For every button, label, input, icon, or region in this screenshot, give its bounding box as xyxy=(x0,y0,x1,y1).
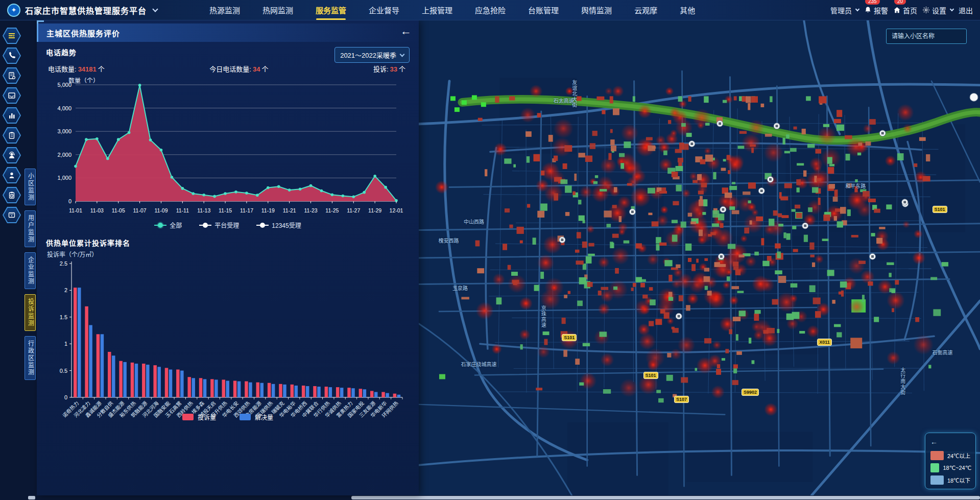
admin-menu[interactable]: 管理员 xyxy=(830,5,859,15)
home-button[interactable]: 20 首页 xyxy=(893,5,917,15)
legend-swatch xyxy=(182,414,194,420)
tab-小区监测[interactable]: 小区监测 xyxy=(25,169,35,205)
nav-item-0[interactable]: 热源监测 xyxy=(209,0,240,20)
svg-text:11-27: 11-27 xyxy=(347,207,360,213)
season-select-dropdown[interactable]: 2021～2022采暖季 xyxy=(334,47,410,63)
bar-legend-投诉量[interactable]: 投诉量 xyxy=(182,413,216,421)
area-chart-legend: 全部平台受理12345受理 xyxy=(46,221,410,229)
complaint-rank-title: 供热单位累计投诉率排名 xyxy=(46,237,410,248)
sidebar-document-gear-button[interactable] xyxy=(3,67,21,84)
tab-用户监测[interactable]: 用户监测 xyxy=(25,210,35,247)
phone-stat-2: 投诉:33个 xyxy=(373,64,405,74)
scrollbar-thumb[interactable] xyxy=(351,496,980,499)
alarm-badge: 235 xyxy=(865,0,880,5)
svg-text:11-11: 11-11 xyxy=(176,207,189,213)
topbar-right: 管理员 235 报警 20 首页 设置 退出 xyxy=(830,5,973,15)
svg-text:12-01: 12-01 xyxy=(390,207,403,213)
home-badge: 20 xyxy=(894,0,906,5)
phone-trend-title: 电话趋势 xyxy=(46,47,77,57)
sidebar-timer-clipboard-button[interactable] xyxy=(3,187,21,203)
sidebar-bar-chart-button[interactable] xyxy=(3,107,21,124)
tab-行政区监测[interactable]: 行政区监测 xyxy=(25,336,35,380)
settings-label: 设置 xyxy=(932,5,946,15)
horizontal-scrollbar[interactable] xyxy=(0,495,980,500)
settings-menu[interactable]: 设置 xyxy=(922,5,953,15)
svg-text:1.5: 1.5 xyxy=(60,314,67,320)
nav-item-4[interactable]: 上报管理 xyxy=(422,0,452,20)
nav-item-1[interactable]: 热网监测 xyxy=(262,0,293,20)
logout-button[interactable]: 退出 xyxy=(959,5,973,15)
road-badge-S101: S101 xyxy=(933,206,947,213)
nav-item-6[interactable]: 台账管理 xyxy=(528,0,559,20)
alarm-button[interactable]: 235 报警 xyxy=(864,5,888,15)
map-temperature-legend: ← 24℃以上18℃~24℃18℃以下 xyxy=(925,433,976,489)
svg-text:3,000: 3,000 xyxy=(57,128,71,134)
legend-swatch xyxy=(930,475,944,485)
road-label-太行南大街: 太行南大街 xyxy=(899,367,906,395)
panel-titlebar: 主城区供热服务评价 ← xyxy=(37,23,419,42)
stat-value: 34 xyxy=(253,65,260,73)
tab-投诉监测[interactable]: 投诉监测 xyxy=(25,294,35,331)
nav-item-7[interactable]: 舆情监测 xyxy=(581,0,612,20)
community-search-input[interactable] xyxy=(886,29,967,44)
chevron-down-icon xyxy=(400,52,405,57)
svg-text:11-03: 11-03 xyxy=(90,207,104,213)
scrollbar-fragment[interactable] xyxy=(28,496,35,499)
phone-stats-row: 电话数量:34181个今日电话数量:34个投诉:33个 xyxy=(48,64,405,74)
service-agent-icon xyxy=(4,148,20,162)
filter-menu-icon xyxy=(4,29,20,43)
svg-text:11-09: 11-09 xyxy=(154,207,168,213)
sidebar-mail-tray-button[interactable] xyxy=(3,87,21,104)
sidebar-clipboard-button[interactable] xyxy=(3,127,21,144)
clipboard-icon xyxy=(4,128,20,142)
left-icon-rail xyxy=(0,20,23,495)
legend-marker-icon xyxy=(154,223,166,227)
city-heat-map[interactable]: 石太高速友谊北大街和平东路中山西路槐安西路玉泉路京珠高速石家庄绕城高速太行南大街… xyxy=(419,20,980,495)
nav-item-8[interactable]: 云观摩 xyxy=(634,0,657,20)
area-legend-平台受理[interactable]: 平台受理 xyxy=(199,221,239,229)
nav-item-5[interactable]: 应急抢险 xyxy=(475,0,506,20)
brand[interactable]: ✦ 石家庄市智慧供热管理服务平台 xyxy=(7,4,209,17)
sidebar-device-card-button[interactable] xyxy=(3,207,21,223)
collapse-panel-arrow-icon[interactable]: ← xyxy=(400,25,412,38)
road-label-友谊北大街: 友谊北大街 xyxy=(570,80,578,108)
svg-text:11-13: 11-13 xyxy=(197,207,210,213)
svg-text:11-15: 11-15 xyxy=(219,207,232,213)
nav-item-3[interactable]: 企业督导 xyxy=(369,0,399,20)
legend-collapse-arrow-icon[interactable]: ← xyxy=(930,438,938,446)
document-gear-icon xyxy=(4,68,20,83)
tab-企业监测[interactable]: 企业监测 xyxy=(25,252,35,289)
area-legend-12345受理[interactable]: 12345受理 xyxy=(256,221,301,229)
sidebar-phone-button[interactable] xyxy=(3,47,21,64)
device-card-icon xyxy=(4,208,20,222)
road-label-玉泉路: 玉泉路 xyxy=(452,284,468,292)
nav-item-2[interactable]: 服务监管 xyxy=(316,0,346,20)
complaint-rank-section: 供热单位累计投诉率排名 投诉率（个/万㎡） 00.511.522.5诺奇热力河北… xyxy=(46,237,410,421)
svg-text:0.5: 0.5 xyxy=(60,368,67,374)
road-badge-S9902: S9902 xyxy=(742,389,759,396)
timer-clipboard-icon xyxy=(4,188,20,202)
map-canvas[interactable] xyxy=(419,20,980,495)
svg-text:2,000: 2,000 xyxy=(57,152,71,158)
platform-logo-icon: ✦ xyxy=(7,4,20,17)
alarm-label: 报警 xyxy=(874,5,888,15)
bar-chart-svg[interactable]: 00.511.522.5诺奇热力河北凌力鑫诚能源分散自供盛杰能源裕东供热筑融能源… xyxy=(46,258,407,455)
area-legend-全部[interactable]: 全部 xyxy=(154,221,182,229)
sidebar-person-button[interactable] xyxy=(3,167,21,183)
svg-text:11-23: 11-23 xyxy=(304,207,317,213)
monitor-tab-strip: 小区监测用户监测企业监测投诉监测行政区监测 xyxy=(23,20,37,495)
road-label-京珠高速: 京珠高速 xyxy=(539,305,547,328)
phone-trend-chart[interactable]: 数量（个）1,0002,0003,0004,0005,000011-0111-0… xyxy=(46,78,410,219)
home-icon xyxy=(893,6,901,14)
bar-legend-解决量[interactable]: 解决量 xyxy=(240,413,273,421)
svg-text:11-05: 11-05 xyxy=(112,207,125,213)
svg-text:2.5: 2.5 xyxy=(60,260,67,267)
nav-item-9[interactable]: 其他 xyxy=(680,0,695,20)
stat-value: 33 xyxy=(390,65,397,73)
phone-stat-0: 电话数量:34181个 xyxy=(48,64,105,74)
sidebar-filter-menu-button[interactable] xyxy=(3,28,21,44)
area-chart-svg: 数量（个）1,0002,0003,0004,0005,000011-0111-0… xyxy=(46,78,403,217)
svg-text:2: 2 xyxy=(64,287,67,293)
road-label-石衡高速: 石衡高速 xyxy=(933,348,953,356)
sidebar-service-agent-button[interactable] xyxy=(3,147,21,163)
